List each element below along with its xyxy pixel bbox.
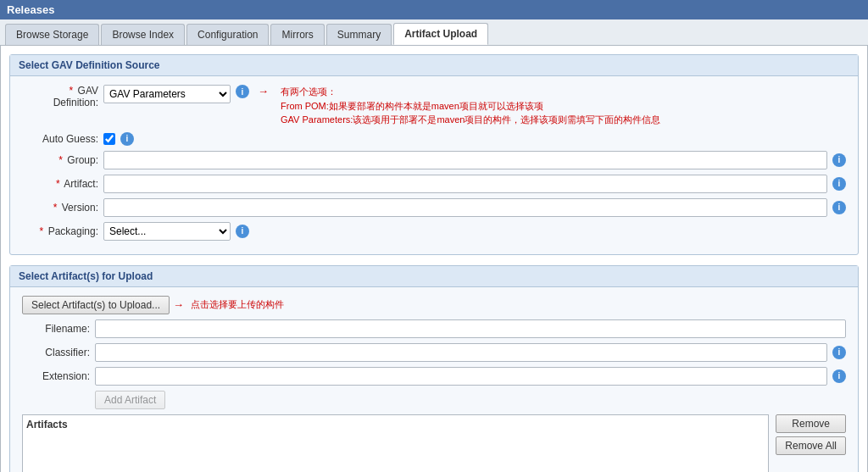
group-input[interactable]	[103, 151, 827, 169]
select-artifact-row: Select Artifact(s) to Upload... → 点击选择要上…	[22, 296, 846, 314]
tab-artifact-upload[interactable]: Artifact Upload	[393, 23, 488, 45]
tab-summary[interactable]: Summary	[326, 24, 392, 45]
filename-label: Filename:	[22, 323, 90, 335]
info-icon-artifact[interactable]: i	[832, 177, 846, 191]
upload-annotation-text: 点击选择要上传的构件	[191, 298, 284, 311]
info-icon-group[interactable]: i	[832, 153, 846, 167]
group-row: * Group: i	[22, 151, 846, 169]
artifact-row: * Artifact: i	[22, 175, 846, 193]
version-label: * Version:	[22, 202, 98, 214]
upload-annotation-arrow: →	[173, 298, 184, 311]
version-input[interactable]	[103, 198, 827, 217]
window-title: Releases	[0, 0, 868, 19]
tabs-bar: Browse Storage Browse Index Configuratio…	[0, 19, 868, 46]
auto-guess-checkbox[interactable]	[103, 133, 115, 145]
artifact-section-title: Select Artifact(s) for Upload	[10, 266, 858, 287]
extension-row: Extension: i	[22, 367, 846, 386]
info-icon-gav[interactable]: i	[236, 85, 249, 98]
group-label: * Group:	[22, 154, 98, 166]
auto-guess-label: Auto Guess:	[22, 133, 98, 145]
annotation-line-1: 有两个选项：	[281, 85, 660, 99]
gav-required-star: *	[70, 85, 74, 97]
annotation-line-2: From POM:如果要部署的构件本就是maven项目就可以选择该项	[281, 99, 660, 114]
classifier-row: Classifier: i	[22, 343, 846, 362]
extension-input[interactable]	[95, 367, 827, 386]
annotation-line-3: GAV Parameters:该选项用于部署不是maven项目的构件，选择该项则…	[281, 113, 660, 127]
info-icon-extension[interactable]: i	[832, 369, 846, 383]
artifact-input[interactable]	[103, 175, 827, 193]
gav-definition-section: Select GAV Definition Source * GAV Defin…	[9, 54, 859, 255]
annotation-container: 有两个选项： From POM:如果要部署的构件本就是maven项目就可以选择该…	[281, 85, 660, 127]
classifier-input[interactable]	[95, 343, 827, 362]
remove-all-button[interactable]: Remove All	[776, 436, 846, 455]
add-artifact-row: Add Artifact	[22, 391, 846, 409]
filename-row: Filename:	[22, 319, 846, 338]
artifacts-list-container: Artifacts	[22, 414, 769, 473]
select-artifact-button[interactable]: Select Artifact(s) to Upload...	[22, 296, 170, 314]
gav-definition-row: * GAV Definition: GAV ParametersFrom POM…	[22, 85, 846, 127]
content-area: Select GAV Definition Source * GAV Defin…	[0, 46, 868, 472]
artifacts-buttons: Remove Remove All	[776, 414, 846, 455]
filename-input[interactable]	[95, 319, 846, 338]
artifact-label: * Artifact:	[22, 178, 98, 190]
classifier-label: Classifier:	[22, 347, 90, 358]
info-icon-auto-guess[interactable]: i	[120, 132, 134, 146]
gav-section-title: Select GAV Definition Source	[10, 55, 858, 76]
artifacts-area: Artifacts Remove Remove All	[22, 414, 846, 473]
remove-button[interactable]: Remove	[776, 414, 846, 433]
info-icon-packaging[interactable]: i	[236, 225, 249, 238]
extension-label: Extension:	[22, 370, 90, 382]
artifact-section-body: Select Artifact(s) to Upload... → 点击选择要上…	[10, 287, 858, 473]
add-artifact-button[interactable]: Add Artifact	[95, 391, 165, 409]
artifacts-list-title: Artifacts	[26, 419, 765, 430]
packaging-select[interactable]: Select...	[103, 222, 231, 241]
tab-configuration[interactable]: Configuration	[186, 24, 269, 45]
artifact-upload-section: Select Artifact(s) for Upload Select Art…	[9, 265, 859, 473]
gav-definition-select[interactable]: GAV ParametersFrom POM	[103, 85, 231, 103]
gav-section-body: * GAV Definition: GAV ParametersFrom POM…	[10, 76, 858, 254]
packaging-row: * Packaging: Select... i	[22, 222, 846, 241]
gav-definition-label: * GAV Definition:	[22, 85, 98, 108]
tab-mirrors[interactable]: Mirrors	[270, 24, 324, 45]
version-row: * Version: i	[22, 198, 846, 217]
info-icon-classifier[interactable]: i	[832, 346, 846, 359]
info-icon-version[interactable]: i	[832, 201, 846, 214]
annotation-arrow-1: →	[258, 85, 269, 97]
artifacts-list-body	[26, 434, 765, 473]
packaging-label: * Packaging:	[22, 225, 98, 237]
auto-guess-row: Auto Guess: i	[22, 132, 846, 146]
tab-browse-index[interactable]: Browse Index	[101, 24, 185, 45]
tab-browse-storage[interactable]: Browse Storage	[5, 24, 99, 45]
